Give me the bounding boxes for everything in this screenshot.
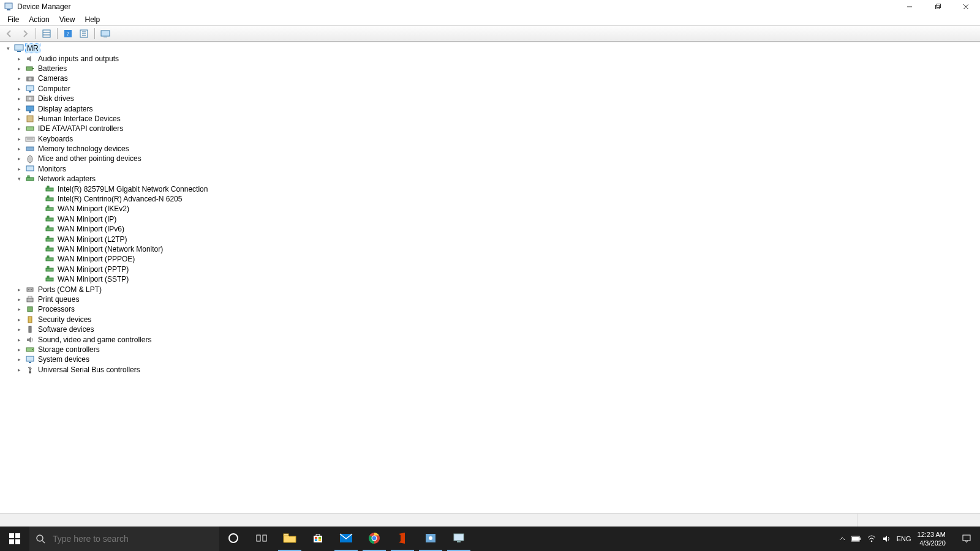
battery-icon[interactable] — [851, 535, 861, 542]
tree-category[interactable]: ▸ Ports (COM & LPT) — [1, 284, 980, 294]
wifi-icon[interactable] — [867, 534, 876, 543]
taskbar-app-task-view[interactable] — [247, 527, 276, 551]
taskbar-app-file-explorer[interactable] — [276, 527, 304, 551]
expand-icon[interactable]: ▸ — [15, 325, 23, 334]
tree-category[interactable]: ▸ Sound, video and game controllers — [1, 334, 980, 344]
mouse-icon — [25, 154, 35, 163]
expand-icon[interactable]: ▸ — [15, 165, 23, 173]
close-button[interactable] — [952, 0, 980, 13]
tree-category[interactable]: ▸ Audio inputs and outputs — [1, 53, 980, 63]
expand-icon[interactable]: ▸ — [15, 74, 23, 83]
tree-device[interactable]: WAN Miniport (PPPOE) — [1, 254, 980, 264]
taskbar-app-microsoft-store[interactable] — [304, 527, 332, 551]
expand-icon[interactable]: ▸ — [15, 135, 23, 143]
toolbar-properties-button[interactable] — [77, 27, 91, 40]
tree-category[interactable]: ▸ Batteries — [1, 64, 980, 73]
taskbar-app-office[interactable] — [388, 527, 417, 551]
expand-icon[interactable]: ▸ — [15, 105, 23, 113]
expand-icon[interactable]: ▸ — [15, 355, 23, 364]
tree-device[interactable]: WAN Miniport (L2TP) — [1, 234, 980, 244]
tree-category[interactable]: ▸ Memory technology devices — [1, 144, 980, 154]
tree-category[interactable]: ▸ Universal Serial Bus controllers — [1, 365, 980, 375]
tree-device[interactable]: WAN Miniport (Network Monitor) — [1, 244, 980, 254]
svg-rect-100 — [852, 537, 859, 541]
tree-category[interactable]: ▸ Storage controllers — [1, 345, 980, 354]
tree-category[interactable]: ▸ Computer — [1, 84, 980, 94]
tree-category[interactable]: ▸ Keyboards — [1, 134, 980, 144]
expand-icon[interactable]: ▸ — [15, 345, 23, 354]
taskbar-app-mail[interactable] — [332, 527, 360, 551]
collapse-icon[interactable]: ▾ — [15, 174, 23, 183]
tree-device-label: WAN Miniport (PPTP) — [56, 265, 130, 274]
tree-category[interactable]: ▸ System devices — [1, 354, 980, 364]
minimize-button[interactable] — [895, 0, 924, 13]
tree-device[interactable]: WAN Miniport (IP) — [1, 214, 980, 224]
taskbar-app-cortana[interactable] — [219, 527, 247, 551]
expand-icon[interactable]: ▸ — [15, 305, 23, 313]
tree-category[interactable]: ▸ Human Interface Devices — [1, 114, 980, 124]
toolbar-scan-button[interactable] — [99, 27, 112, 40]
svg-line-80 — [42, 541, 45, 543]
expand-icon[interactable]: ▸ — [15, 144, 23, 153]
menubar: File Action View Help — [0, 13, 980, 26]
tray-clock[interactable]: 12:23 AM 4/3/2020 — [918, 530, 948, 547]
expand-icon[interactable]: ▸ — [15, 295, 23, 304]
tree-device[interactable]: WAN Miniport (IPv6) — [1, 224, 980, 234]
expand-icon[interactable]: ▸ — [15, 54, 23, 63]
tree-device[interactable]: Intel(R) Centrino(R) Advanced-N 6205 — [1, 194, 980, 204]
tree-category[interactable]: ▸ Security devices — [1, 315, 980, 324]
tray-chevron-up-icon[interactable] — [839, 536, 845, 542]
toolbar-forward-button[interactable] — [18, 27, 32, 40]
tree-category[interactable]: ▸ Display adapters — [1, 103, 980, 113]
collapse-icon[interactable]: ▾ — [4, 44, 12, 53]
tree-device-label: WAN Miniport (L2TP) — [56, 235, 129, 244]
tree-category[interactable]: ▸ Disk drives — [1, 94, 980, 103]
tree-device[interactable]: Intel(R) 82579LM Gigabit Network Connect… — [1, 184, 980, 193]
tree-category-label: IDE ATA/ATAPI controllers — [37, 124, 124, 133]
tree-category[interactable]: ▾ Network adapters — [1, 174, 980, 184]
tree-category[interactable]: ▸ Monitors — [1, 164, 980, 174]
tree-category[interactable]: ▸ IDE ATA/ATAPI controllers — [1, 124, 980, 133]
taskbar-app-chrome[interactable] — [360, 527, 388, 551]
toolbar-back-button[interactable] — [2, 27, 16, 40]
menu-action[interactable]: Action — [24, 14, 54, 25]
tree-category[interactable]: ▸ Processors — [1, 304, 980, 314]
tree-device[interactable]: WAN Miniport (SSTP) — [1, 274, 980, 284]
tree-device-label: WAN Miniport (Network Monitor) — [56, 245, 164, 253]
menu-help[interactable]: Help — [80, 14, 105, 25]
svg-rect-24 — [26, 86, 34, 91]
expand-icon[interactable]: ▸ — [15, 365, 23, 374]
taskbar-app-device-manager[interactable] — [445, 527, 473, 551]
menu-view[interactable]: View — [55, 14, 80, 25]
expand-icon[interactable]: ▸ — [15, 84, 23, 93]
svg-rect-58 — [47, 276, 49, 278]
tree-category[interactable]: ▸ Mice and other pointing devices — [1, 154, 980, 163]
expand-icon[interactable]: ▸ — [15, 154, 23, 163]
menu-file[interactable]: File — [2, 14, 24, 25]
tree-root[interactable]: ▾ MR — [1, 43, 980, 53]
system-tray[interactable]: ENG 12:23 AM 4/3/2020 — [834, 527, 953, 551]
tree-device[interactable]: WAN Miniport (IKEv2) — [1, 204, 980, 214]
tree-category[interactable]: ▸ Cameras — [1, 73, 980, 83]
taskbar-app-settings-app[interactable] — [417, 527, 445, 551]
action-center-button[interactable] — [953, 527, 980, 551]
tree-category[interactable]: ▸ Software devices — [1, 324, 980, 334]
tree-category[interactable]: ▸ Print queues — [1, 294, 980, 304]
expand-icon[interactable]: ▸ — [15, 64, 23, 73]
toolbar-help-button[interactable]: ? — [61, 27, 75, 40]
tree-device[interactable]: WAN Miniport (PPTP) — [1, 264, 980, 274]
expand-icon[interactable]: ▸ — [15, 285, 23, 294]
taskbar-search[interactable] — [29, 527, 219, 551]
expand-icon[interactable]: ▸ — [15, 335, 23, 344]
taskbar-search-input[interactable] — [51, 533, 213, 544]
start-button[interactable] — [0, 527, 29, 551]
expand-icon[interactable]: ▸ — [15, 124, 23, 133]
expand-icon[interactable]: ▸ — [15, 114, 23, 123]
volume-icon[interactable] — [882, 534, 891, 543]
toolbar-show-hidden-button[interactable] — [40, 27, 53, 40]
device-tree[interactable]: ▾ MR ▸ Audio inputs and outputs ▸ Batter… — [0, 42, 980, 478]
maximize-button[interactable] — [924, 0, 952, 13]
expand-icon[interactable]: ▸ — [15, 94, 23, 103]
expand-icon[interactable]: ▸ — [15, 315, 23, 324]
tray-language[interactable]: ENG — [897, 535, 911, 542]
